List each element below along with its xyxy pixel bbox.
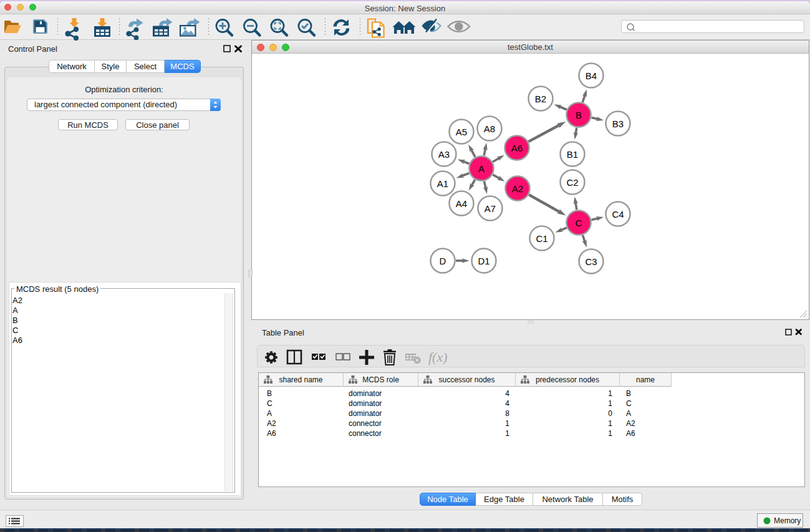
svg-text:B2: B2 (535, 94, 546, 104)
svg-text:B: B (576, 110, 582, 120)
svg-text:A: A (478, 163, 485, 174)
svg-text:A6: A6 (511, 143, 523, 153)
svg-text:C4: C4 (612, 209, 624, 220)
svg-text:B4: B4 (586, 70, 597, 81)
svg-text:f(x): f(x) (428, 349, 448, 365)
svg-text:A4: A4 (456, 198, 467, 209)
svg-text:A8: A8 (484, 123, 495, 134)
svg-text:C: C (576, 218, 582, 228)
svg-text:D1: D1 (478, 256, 489, 266)
svg-text:B3: B3 (612, 118, 624, 129)
svg-text:A5: A5 (456, 127, 467, 137)
svg-text:C3: C3 (585, 256, 597, 267)
svg-text:C2: C2 (566, 177, 578, 188)
svg-text:A1: A1 (437, 178, 448, 189)
svg-text:A7: A7 (485, 203, 496, 214)
svg-text:A2: A2 (512, 183, 523, 194)
svg-text:C1: C1 (536, 233, 547, 244)
svg-text:D: D (440, 256, 446, 266)
svg-text:A3: A3 (438, 149, 450, 160)
svg-text:B1: B1 (567, 149, 578, 160)
